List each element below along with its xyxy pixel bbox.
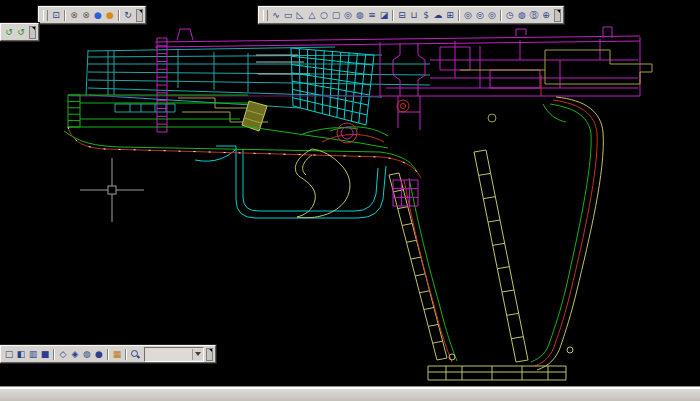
backstrap-yellow [537, 97, 603, 370]
toolbar-separator [53, 349, 55, 360]
style-wireframe-icon[interactable]: ◇ [57, 348, 69, 361]
cloud-icon[interactable]: ☁ [432, 9, 444, 22]
5 [68, 95, 80, 127]
shaded-sphere-blue-icon[interactable]: ● [92, 9, 104, 22]
eye-donut-icon-1[interactable]: ◎ [462, 9, 474, 22]
trigger-pin-magenta [341, 127, 353, 139]
frontstrap-red [404, 180, 452, 362]
named-views-combo[interactable] [144, 347, 204, 362]
eye-donut-icon-3[interactable]: ◎ [486, 9, 498, 22]
paint-bucket-icon[interactable]: ⊔ [408, 9, 420, 22]
trigger-inner [303, 155, 312, 175]
pistol-cad-drawing [64, 27, 652, 380]
backstrap-green [531, 104, 591, 362]
drawing-canvas[interactable] [0, 0, 700, 401]
slide-line [89, 95, 300, 108]
toolbar-separator [392, 10, 394, 21]
olive-step-right [545, 50, 652, 84]
display-icon[interactable]: ⊞ [444, 9, 456, 22]
toolbar-endcap [206, 348, 213, 361]
toolbar-separator [118, 10, 120, 21]
frame-diagonal [64, 131, 417, 172]
pin-olive [488, 114, 496, 122]
etransmit-icon[interactable]: ↺ [3, 26, 15, 39]
visual-styles-toolbar: □◧▥■◇◈◍●▦ [0, 345, 216, 363]
trigger-pin-red [337, 123, 357, 143]
command-panel-edge [0, 386, 700, 401]
toolbar-grip[interactable] [43, 10, 48, 21]
slide-inner-v [455, 39, 600, 88]
lock-icon[interactable]: ⊟ [396, 9, 408, 22]
spring-crosshatch [291, 48, 374, 125]
style-hidden-icon[interactable]: ◈ [69, 348, 81, 361]
trigger-guard-inner [243, 149, 378, 211]
cube-shaded-icon[interactable]: ▥ [27, 348, 39, 361]
cube-hidden-icon[interactable]: ◧ [15, 348, 27, 361]
striker-pin-red-inner [401, 104, 406, 109]
mag-baseplate [428, 366, 566, 380]
clock-icon[interactable]: ◷ [504, 9, 516, 22]
draw-toolbar: ∿▭◺△○▢◎◍≡◪⊟⊔$☁⊞◎◎◎◷◍Ⓑ⊕ [258, 6, 564, 24]
pickbox [108, 186, 116, 194]
sphere-grid-icon[interactable]: ◍ [516, 9, 528, 22]
cube-wireframe-icon[interactable]: □ [3, 348, 15, 361]
frame-red-edge [68, 127, 421, 178]
wireframe-2d-icon[interactable]: ⊗ [68, 9, 80, 22]
toolbar-endcap [29, 26, 36, 39]
toolbar-endcap [554, 9, 561, 22]
render-rotate-icon[interactable]: ↻ [122, 9, 134, 22]
region-icon[interactable]: ⊡ [50, 9, 62, 22]
frame-bottom [68, 127, 388, 148]
style-realistic-icon[interactable]: ● [93, 348, 105, 361]
toolbar-separator [125, 349, 127, 360]
9 [474, 150, 528, 362]
publish-icon[interactable]: ↺ [15, 26, 27, 39]
toolbar-separator [64, 10, 66, 21]
striker-pin-red-outer [397, 100, 409, 112]
spline-icon[interactable]: ∿ [270, 9, 282, 22]
muzzle-face [86, 50, 88, 96]
shaded-sphere-orange-icon[interactable]: ● [104, 9, 116, 22]
multiline-icon[interactable]: ≡ [366, 9, 378, 22]
rectangle-icon[interactable]: ▭ [282, 9, 294, 22]
render-image-icon[interactable]: ▦ [111, 348, 123, 361]
named-view-magnifier-icon[interactable] [129, 348, 141, 361]
12 [157, 38, 167, 132]
backstrap-red [535, 100, 597, 366]
donut-icon[interactable]: ◎ [342, 9, 354, 22]
front-sight [177, 29, 193, 40]
eye-donut-icon-2[interactable]: ◎ [474, 9, 486, 22]
trigger [295, 149, 350, 218]
guard-link [195, 149, 236, 161]
flag-b-icon[interactable]: Ⓑ [528, 9, 540, 22]
globe-grid-icon[interactable]: ⊕ [540, 9, 552, 22]
circle-icon[interactable]: ○ [318, 9, 330, 22]
rounded-rect-icon[interactable]: ▢ [330, 9, 342, 22]
wireframe-3d-icon[interactable]: ⊗ [80, 9, 92, 22]
toolbar-grip[interactable] [263, 10, 268, 21]
striker-ext [398, 96, 420, 130]
olive-lines [460, 50, 545, 84]
polygon-icon[interactable]: ◺ [294, 9, 306, 22]
transmit-toolbar: ↺↺ [0, 23, 39, 41]
slide-line [88, 55, 382, 57]
slide-box [380, 37, 640, 96]
combo-dropdown-arrow-icon[interactable] [192, 349, 203, 360]
style-shaded-icon[interactable]: ◍ [81, 348, 93, 361]
frontstrap-green [409, 178, 457, 361]
toolbar-separator [458, 10, 460, 21]
crosshair-cursor [80, 158, 144, 222]
cad-application-window: ⊡⊗⊗●●↻ ↺↺ ∿▭◺△○▢◎◍≡◪⊟⊔$☁⊞◎◎◎◷◍Ⓑ⊕ □◧▥■◇◈◍… [0, 0, 700, 401]
barrel-ticks [178, 49, 248, 92]
slide-top-magenta [155, 36, 640, 47]
teardrop-icon[interactable]: ◍ [354, 9, 366, 22]
triangle-icon[interactable]: △ [306, 9, 318, 22]
toolbar-separator [500, 10, 502, 21]
grip-pin-rear [567, 347, 573, 353]
frame-dash-overlay [68, 127, 421, 178]
toolbar-endcap [136, 9, 143, 22]
solid-fill-icon[interactable]: ◪ [378, 9, 390, 22]
dollar-icon[interactable]: $ [420, 9, 432, 22]
cube-realistic-icon[interactable]: ■ [39, 348, 51, 361]
toolbar-separator [107, 349, 109, 360]
